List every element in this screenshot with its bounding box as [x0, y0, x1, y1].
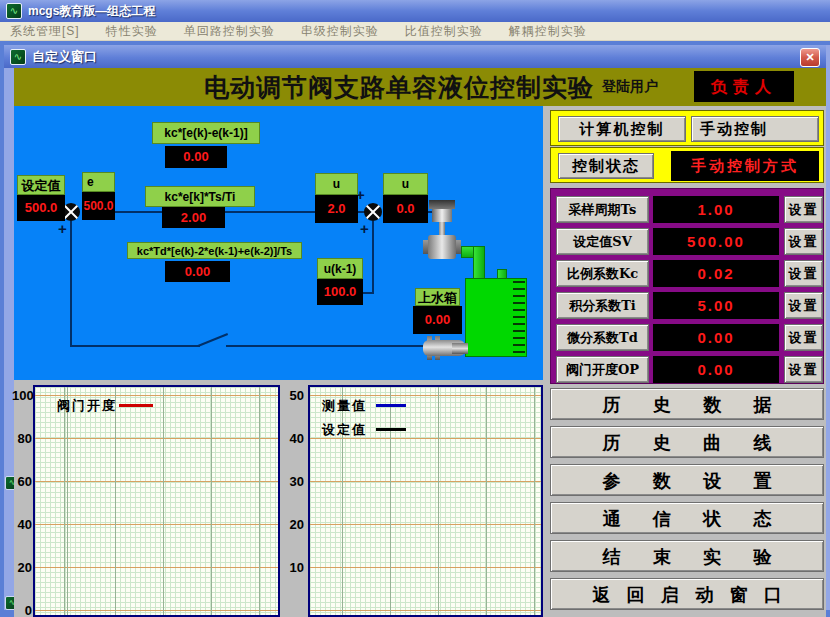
communication-status-button[interactable]: 通 信 状 态 — [550, 502, 824, 534]
window-frame-right — [826, 45, 830, 610]
control-status-value: 手动控制方式 — [671, 151, 819, 181]
valve-flange-left — [423, 240, 428, 254]
inlet-pipe-vertical — [473, 246, 485, 280]
tank-label: 上水箱 — [415, 288, 460, 306]
u2-value: 0.0 — [383, 195, 428, 223]
legend-line-blue — [376, 404, 406, 407]
setpoint-label: 设定值 — [17, 175, 65, 195]
valve-actuator-cap — [429, 200, 455, 209]
d-term-label: kc*Td*[e(k)-2*e(k-1)+e(k-2)]/Ts — [127, 242, 302, 259]
right-chart-ytick: 40 — [286, 431, 304, 446]
control-status-label: 控制状态 — [558, 153, 654, 179]
application-window: ∿ mcgs教育版—组态工程 系统管理[S] 特性实验 单回路控制实验 串级控制… — [0, 0, 830, 617]
param-row-ts: 采样周期Ts 1.00 设置 — [551, 196, 825, 223]
set-button-ts[interactable]: 设置 — [784, 196, 823, 223]
drain-fitting — [452, 343, 468, 354]
window-title: mcgs教育版—组态工程 — [28, 3, 155, 20]
legend-measured-value: 测量值 — [322, 397, 367, 415]
param-value-ti: 5.00 — [653, 292, 779, 319]
menubar: 系统管理[S] 特性实验 单回路控制实验 串级控制实验 比值控制实验 解耦控制实… — [0, 22, 830, 41]
inner-window-icon: ∿ — [10, 49, 26, 65]
return-start-window-button[interactable]: 返 回 启 动 窗 口 — [550, 578, 824, 610]
error-value: 500.0 — [82, 192, 115, 220]
login-user-label: 登陆用户 — [602, 78, 658, 96]
summing-junction — [364, 203, 382, 221]
param-row-ti: 积分系数Ti 5.00 设置 — [551, 292, 825, 319]
u1-value: 2.0 — [315, 195, 358, 223]
u2-label: u — [383, 173, 428, 195]
right-chart-ytick: 20 — [286, 517, 304, 532]
plus-sign: + — [58, 224, 67, 234]
valve-body — [428, 235, 456, 259]
main-content: 电动调节阀支路单容液位控制实验 登陆用户 负责人 + + + + 设定值 — [14, 68, 826, 617]
param-value-ts: 1.00 — [653, 196, 779, 223]
param-value-kc: 0.02 — [653, 260, 779, 287]
param-label-sv: 设定值SV — [556, 228, 649, 255]
feedback-line-vertical — [70, 221, 72, 345]
param-label-kc: 比例系数Kc — [556, 260, 649, 287]
right-chart-ytick: 30 — [286, 474, 304, 489]
set-button-sv[interactable]: 设置 — [784, 228, 823, 255]
valve-opening-chart: 阀门开度 — [33, 385, 280, 617]
close-icon[interactable]: ✕ — [800, 48, 820, 67]
left-chart-ytick: 0 — [12, 603, 32, 617]
i-term-value: 2.00 — [162, 207, 225, 228]
left-chart-ytick: 100 — [12, 388, 32, 403]
menu-cascade-exp[interactable]: 串级控制实验 — [301, 23, 379, 40]
measurement-chart: 测量值 设定值 — [308, 385, 543, 617]
feedback-line — [226, 345, 423, 347]
legend-line-black — [376, 428, 406, 431]
inner-window-titlebar: ∿ 自定义窗口 ✕ — [4, 45, 826, 68]
i-term-label: kc*e[k]*Ts/Ti — [145, 186, 255, 207]
set-button-kc[interactable]: 设置 — [784, 260, 823, 287]
mcgs-logo-icon: ∿ — [6, 3, 22, 19]
control-mode-box: 计算机控制 手动控制 — [550, 110, 824, 146]
param-label-ts: 采样周期Ts — [556, 196, 649, 223]
param-value-td: 0.00 — [653, 324, 779, 351]
set-button-td[interactable]: 设置 — [784, 324, 823, 351]
experiment-title: 电动调节阀支路单容液位控制实验 — [204, 71, 594, 104]
param-row-sv: 设定值SV 500.00 设置 — [551, 228, 825, 255]
legend-line-red — [119, 404, 153, 407]
valve-stem — [439, 222, 445, 235]
manual-control-button[interactable]: 手动控制 — [691, 116, 819, 142]
menu-system[interactable]: 系统管理[S] — [10, 23, 80, 40]
menu-decoupling-exp[interactable]: 解耦控制实验 — [509, 23, 587, 40]
left-chart-ytick: 40 — [12, 517, 32, 532]
uprev-value: 100.0 — [317, 279, 363, 305]
uprev-line-vertical — [372, 221, 374, 294]
inner-window-title: 自定义窗口 — [32, 48, 97, 66]
login-user-value: 负责人 — [694, 71, 794, 102]
param-label-ti: 积分系数Ti — [556, 292, 649, 319]
feedback-line — [70, 345, 200, 347]
parameter-setting-button[interactable]: 参 数 设 置 — [550, 464, 824, 496]
legend-setpoint-value: 设定值 — [322, 421, 367, 439]
menu-characteristic-exp[interactable]: 特性实验 — [106, 23, 158, 40]
param-row-op: 阀门开度OP 0.00 设置 — [551, 356, 825, 383]
switch-symbol — [198, 333, 228, 347]
history-data-button[interactable]: 历 史 数 据 — [550, 388, 824, 420]
history-curve-button[interactable]: 历 史 曲 线 — [550, 426, 824, 458]
menu-single-loop-exp[interactable]: 单回路控制实验 — [184, 23, 275, 40]
set-button-op[interactable]: 设置 — [784, 356, 823, 383]
window-titlebar: ∿ mcgs教育版—组态工程 — [0, 0, 830, 22]
param-row-td: 微分系数Td 0.00 设置 — [551, 324, 825, 351]
right-chart-ytick: 10 — [286, 560, 304, 575]
menu-ratio-exp[interactable]: 比值控制实验 — [405, 23, 483, 40]
left-chart-ytick: 60 — [12, 474, 32, 489]
param-value-op: 0.00 — [653, 356, 779, 383]
end-experiment-button[interactable]: 结 束 实 验 — [550, 540, 824, 572]
u1-label: u — [315, 173, 358, 195]
param-value-sv: 500.00 — [653, 228, 779, 255]
set-button-ti[interactable]: 设置 — [784, 292, 823, 319]
p-term-label: kc*[e(k)-e(k-1)] — [152, 122, 260, 144]
tank-level-value: 0.00 — [413, 306, 462, 334]
legend-valve-opening: 阀门开度 — [57, 397, 117, 415]
computer-control-button[interactable]: 计算机控制 — [558, 116, 686, 142]
left-chart-ytick: 20 — [12, 560, 32, 575]
d-term-value: 0.00 — [165, 261, 230, 282]
control-status-box: 控制状态 手动控制方式 — [550, 147, 824, 183]
pid-parameter-panel: 采样周期Ts 1.00 设置 设定值SV 500.00 设置 比例系数Kc 0.… — [550, 188, 824, 384]
valve-actuator — [432, 209, 452, 222]
param-row-kc: 比例系数Kc 0.02 设置 — [551, 260, 825, 287]
